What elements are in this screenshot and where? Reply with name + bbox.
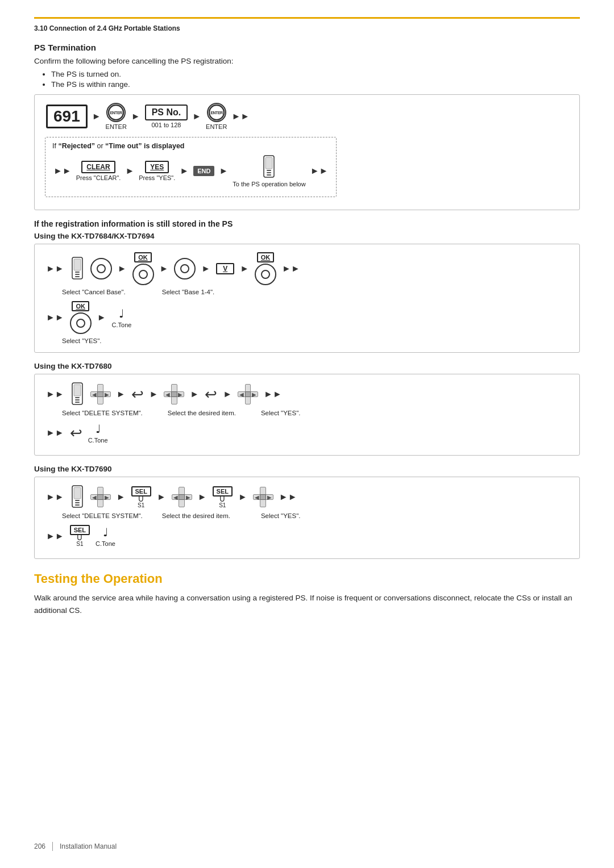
- psno-block: PS No. 001 to 128: [145, 105, 188, 128]
- td7690-row2: ►► SEL ∪ S1 ♩ C.Tone: [45, 525, 569, 547]
- key-ok-1: OK: [134, 252, 152, 262]
- cross-pad-7690-1: ◀ ▶: [90, 487, 111, 507]
- td7684-diagram: ►► ►: [34, 244, 580, 353]
- td7690-label2: Select the desired item.: [162, 512, 230, 519]
- svg-rect-6: [267, 170, 271, 171]
- s1-label-3: S1: [76, 541, 83, 547]
- td7684-nav-2: [174, 258, 196, 279]
- double-arrow-1: ►►: [231, 111, 250, 122]
- phone-block: To the PS operation below: [233, 155, 305, 187]
- nav-circle-3: [174, 258, 196, 279]
- bullet-1: The PS is turned on.: [51, 70, 580, 78]
- ps-termination-section: PS Termination Confirm the following bef…: [34, 43, 580, 210]
- rejected-text: If “Rejected” or “Time out” is displayed: [52, 142, 184, 150]
- nav-inner-3: [180, 264, 189, 273]
- key-yes: YES: [145, 161, 169, 173]
- s1-label-2: S1: [219, 502, 226, 508]
- ps-termination-diagram: 691 ► ENTER ENTER ► PS No. 001 to 128: [34, 94, 580, 210]
- ps-termination-intro: Confirm the following before cancelling …: [34, 57, 580, 65]
- v-btn: V: [216, 263, 234, 274]
- td7680-nav-2: ◀ ▶: [164, 384, 184, 404]
- svg-rect-15: [74, 385, 81, 396]
- cross-center-1: [97, 391, 103, 398]
- td7690-labels-1: Select "DELETE SYSTEM". Select the desir…: [45, 512, 569, 519]
- svg-rect-8: [267, 174, 271, 176]
- td7690-diagram: ►► ◀ ▶: [34, 477, 580, 559]
- td7684-nav-1: [90, 258, 112, 279]
- td7690-ctone-block: ♩ C.Tone: [96, 525, 115, 547]
- td7684-label2: Select "Base 1-4".: [162, 289, 215, 295]
- footer-divider: [52, 842, 53, 851]
- td7680-diagram: ►► ◀ ▶: [34, 374, 580, 456]
- nav-circle-1: [90, 258, 112, 279]
- curved-arrow-1: ↩: [131, 386, 144, 403]
- enter-circle-2: ENTER: [207, 103, 226, 122]
- ctone-1: ♩: [119, 307, 124, 320]
- double-arrow-2: ►►: [53, 166, 72, 176]
- page-container: 3.10 Connection of 2.4 GHz Portable Stat…: [0, 0, 614, 868]
- svg-text:ENTER: ENTER: [110, 111, 123, 115]
- enter-circle-2-block: ENTER ENTER: [206, 103, 227, 130]
- td7684-phone-1: [70, 257, 85, 281]
- td7680-ctone-block: ♩ C.Tone: [88, 422, 108, 444]
- td7690-nav-2: ◀ ▶: [172, 487, 192, 507]
- td7684-ok1-block: OK: [132, 252, 154, 285]
- td7684-row1: ►► ►: [45, 252, 569, 285]
- key-psno: PS No.: [145, 105, 188, 120]
- sel-btn-1-container: SEL ∪: [131, 486, 151, 501]
- using-td7684-title: Using the KX-TD7684/KX-TD7694: [34, 232, 580, 240]
- page-footer: 206 Installation Manual: [34, 842, 117, 851]
- enter-1-label: ENTER: [106, 123, 127, 130]
- td7684-v-block: V: [216, 263, 234, 274]
- arrow-right-1: ▶: [105, 391, 109, 398]
- svg-rect-12: [75, 274, 80, 275]
- arrow-2: ►: [131, 111, 140, 122]
- td7680-curved-3: ↩: [70, 424, 82, 442]
- key-691-block: 691: [46, 105, 88, 128]
- svg-rect-23: [75, 504, 80, 506]
- cross-pad-3: ◀ ▶: [238, 384, 258, 404]
- key-clear: CLEAR: [81, 161, 115, 173]
- svg-rect-13: [75, 276, 80, 277]
- arrow-1: ►: [92, 111, 101, 122]
- svg-rect-16: [75, 397, 80, 398]
- td7680-label1: Select "DELETE SYSTEM".: [62, 410, 143, 416]
- sel-btn-2-container: SEL ∪: [213, 486, 233, 501]
- svg-rect-7: [267, 172, 271, 173]
- testing-body: Walk around the service area while havin…: [34, 592, 580, 616]
- using-td7680-title: Using the KX-TD7680: [34, 362, 580, 370]
- key-691: 691: [46, 105, 88, 128]
- svg-rect-21: [75, 500, 80, 501]
- footer-page: 206: [34, 842, 45, 850]
- td7690-label3: Select "YES".: [261, 512, 301, 519]
- nav-circle-2: [132, 264, 154, 285]
- ctone-2-label: C.Tone: [88, 437, 108, 444]
- td7684-ok3-block: OK: [70, 301, 92, 334]
- td7684-ok2-block: OK: [255, 252, 276, 285]
- sel-underline-1: ∪: [138, 496, 144, 501]
- clear-block: CLEAR Press "CLEAR".: [76, 161, 121, 181]
- testing-title: Testing the Operation: [34, 571, 580, 586]
- td7690-sel3-block: SEL ∪ S1: [70, 525, 90, 547]
- enter-2-label: ENTER: [206, 123, 227, 130]
- cross-pad-7690-3: ◀ ▶: [253, 487, 273, 507]
- ctone-1-label: C.Tone: [112, 322, 132, 328]
- yes-press-label: Press "YES".: [139, 174, 175, 181]
- curved-arrow-3: ↩: [70, 424, 82, 442]
- key-ok-2: OK: [257, 252, 275, 262]
- phone-svg: [261, 155, 277, 180]
- td7680-labels-1: Select "DELETE SYSTEM". Select the desir…: [45, 410, 569, 416]
- svg-rect-22: [75, 502, 80, 503]
- td7684-row2: ►► OK ► ♩ C.Tone: [45, 301, 569, 334]
- bullet-2: The PS is within range.: [51, 80, 580, 89]
- rejected-box: If “Rejected” or “Time out” is displayed…: [45, 137, 337, 197]
- nav-inner-5: [76, 319, 85, 328]
- arrow-5: ►: [180, 166, 189, 176]
- sel-underline-3: ∪: [76, 535, 83, 540]
- td7680-curved-1: ↩: [131, 386, 144, 403]
- double-arrow-3: ►►: [310, 166, 329, 176]
- svg-rect-20: [74, 487, 81, 499]
- yes-block: YES Press "YES".: [139, 161, 175, 181]
- nav-inner-2: [139, 270, 148, 279]
- enter-circle-1-block: ENTER ENTER: [106, 103, 127, 130]
